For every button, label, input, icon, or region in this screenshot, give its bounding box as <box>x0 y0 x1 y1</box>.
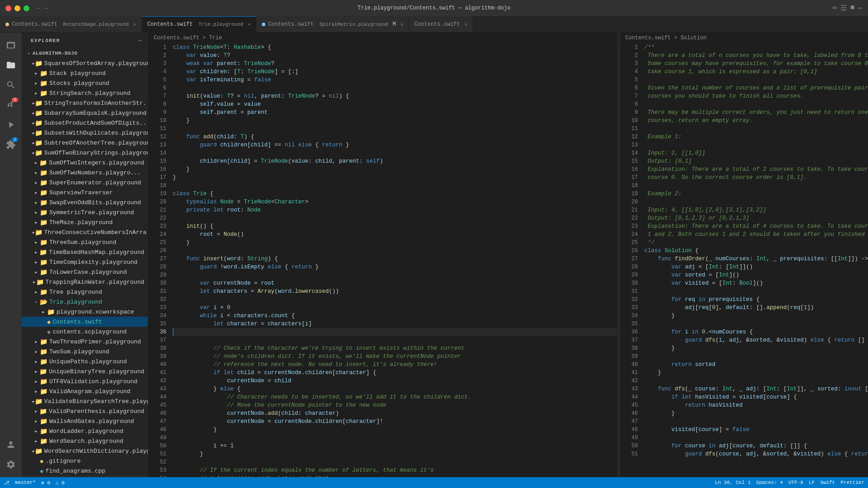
sidebar-item-uniquepaths[interactable]: ▶ 📁 UniquePaths.playground <box>22 357 148 366</box>
activity-explorer[interactable] <box>2 56 20 74</box>
sidebar-item-gitignore[interactable]: ◆ .gitignore <box>22 456 148 466</box>
arrow-threesum: ▶ <box>33 240 40 244</box>
tab-spiralmatrix[interactable]: Contents.swift SpiralMatrix.playground M… <box>256 16 409 32</box>
sidebar-item-sumoftwoint[interactable]: ▶ 📁 SumOfTwoIntegers.playground <box>22 158 148 168</box>
new-file-icon[interactable]: ⋯ <box>139 38 142 43</box>
git-branch[interactable]: master* <box>15 480 36 485</box>
label-sumoftwobinary: SumOfTwoBinaryStrings.playgrou... <box>44 150 148 156</box>
status-formatter[interactable]: Prettier <box>840 480 864 485</box>
label-swapevenodd: SwapEvenOddBits.playground <box>49 199 141 206</box>
close-button[interactable] <box>5 5 11 11</box>
status-line-ending[interactable]: LF <box>809 480 815 485</box>
layout-icon-2[interactable]: ☰ <box>840 4 847 13</box>
sidebar-item-validatebst[interactable]: ▶ 📁 ValidateBinarySearchTree.playgr... <box>22 396 148 406</box>
sidebar-item-find-anagrams[interactable]: ◆ find_anagrams.cpp <box>22 466 148 476</box>
sidebar-item-stringsearch[interactable]: ▶ 📁 StringSearch.playground <box>22 88 148 98</box>
activity-settings[interactable] <box>2 455 20 474</box>
left-line-numbers: 12345 678910 1112131415 1617181920 21222… <box>148 43 171 477</box>
status-language[interactable]: Swift <box>820 480 835 485</box>
sidebar-item-themaze[interactable]: ▶ 📁 TheMaze.playground <box>22 217 148 227</box>
sidebar-item-superenumerator[interactable]: ▶ 📁 SuperEnumerator.playground <box>22 178 148 188</box>
sidebar-item-twothreadprinter[interactable]: ▶ 📁 TwoThreadPrimer.playground <box>22 337 148 347</box>
sidebar-item-trie[interactable]: ▾ 📂 Trie.playground <box>22 297 148 307</box>
sidebar-item-wordladder[interactable]: ▶ 📁 WordLadder.playground <box>22 426 148 436</box>
sidebar-item-threesum[interactable]: ▶ 📁 ThreeSum.playground <box>22 237 148 247</box>
tab-rotateimage[interactable]: Contents.swift RotateImage.playground ✕ <box>0 16 142 32</box>
arrow-twothreadprinter: ▶ <box>33 340 40 344</box>
sidebar-item-subarraysum[interactable]: ▶ 📁 SubarraySumEqualsK.playground <box>22 108 148 118</box>
layout-icon-3[interactable]: ■ <box>850 4 855 13</box>
maximize-button[interactable] <box>24 5 29 11</box>
label-validanagram: ValidAnagram.playground <box>49 388 130 395</box>
left-code-area[interactable]: class TrieNode<T: Hashable> { var value:… <box>171 43 617 477</box>
left-editor-panel: Contents.swift > Trie 12345 678910 11121… <box>148 33 617 477</box>
label-subarraysum: SubarraySumEqualsK.playground <box>44 110 146 117</box>
folder-icon-twothreadprinter: 📁 <box>40 338 47 346</box>
forward-button[interactable]: → <box>44 5 47 12</box>
left-breadcrumb-text: Contents.swift > Trie <box>154 35 222 41</box>
settings-icon[interactable]: ⋯ <box>858 4 863 13</box>
sidebar-item-superviewtraverser[interactable]: ▶ 📁 SuperviewTraverser <box>22 188 148 197</box>
sidebar-item-uniquebinarytree[interactable]: ▶ 📁 UniqueBinaryTree.playground <box>22 366 148 376</box>
sidebar-item-sumoftwonums[interactable]: ▶ 📁 SumOfTwoNumbers.playgro... <box>22 168 148 178</box>
sidebar-item-contents-swift[interactable]: ◆ Contents.swift <box>22 317 148 327</box>
sidebar-item-contents-xcplayground[interactable]: ◆ contents.xcplayground <box>22 327 148 337</box>
sidebar-item-trapping[interactable]: ▶ 📁 TrappingRainWater.playground <box>22 277 148 287</box>
minimize-button[interactable] <box>14 5 20 11</box>
folder-icon-wordsearch: 📁 <box>40 437 47 445</box>
sidebar-item-stringtransforms[interactable]: ▶ 📁 StringTransformsInAnotherStr... <box>22 98 148 108</box>
titlebar-actions: ⌨ ☰ ■ ⋯ <box>832 4 863 13</box>
back-button[interactable]: ← <box>37 5 40 12</box>
tab-trie[interactable]: Contents.swift Trie.playground ✕ <box>142 16 256 32</box>
sidebar-item-tree[interactable]: ▶ 📁 Tree playground <box>22 287 148 297</box>
sidebar-item-sumoftwobinary[interactable]: ▶ 📁 SumOfTwoBinaryStrings.playgrou... <box>22 148 148 158</box>
tab-close-contents[interactable]: ✕ <box>465 22 467 27</box>
sidebar-item-subsetproduct[interactable]: ▶ 📁 SubsetProductAndSumOfDigits... <box>22 118 148 128</box>
file-tree: ▾ ALGORITHM-DOJO ▶ 📁 SquaresOfSortedArra… <box>22 48 148 477</box>
sidebar-item-validanagram[interactable]: ▶ 📁 ValidAnagram.playground <box>22 386 148 396</box>
activity-extensions[interactable]: 1 <box>2 136 20 154</box>
sidebar-item-timecomplexity[interactable]: ▶ 📁 TimeComplexity.playground <box>22 257 148 267</box>
status-line-col[interactable]: Ln 36, Col 1 <box>715 480 750 485</box>
activity-run[interactable] <box>2 116 20 134</box>
sidebar-item-timebased[interactable]: ▶ 📁 TimeBasedHashMap.playground <box>22 247 148 257</box>
sidebar-root[interactable]: ▾ ALGORITHM-DOJO <box>22 48 148 58</box>
sidebar-item-swapevenodd[interactable]: ▶ 📁 SwapEvenOddBits.playground <box>22 197 148 207</box>
tab-label-trie: Contents.swift <box>147 21 193 28</box>
layout-icon-1[interactable]: ⌨ <box>832 4 837 13</box>
sidebar-item-wordsearchwithdict[interactable]: ▶ 📁 WordSearchWithDictionary.playgr... <box>22 446 148 456</box>
activity-search[interactable] <box>2 76 20 94</box>
sidebar-item-validparenthesis[interactable]: ▶ 📁 ValidParenthesis.playground <box>22 406 148 416</box>
activity-git[interactable]: 2 <box>2 96 20 114</box>
tab-close-spiralmatrix[interactable]: ✕ <box>401 22 403 27</box>
sidebar-item-threeconsec[interactable]: ▶ 📁 ThreeConsecutiveNumbersInArra... <box>22 227 148 237</box>
git-branch-icon: ⎇ <box>4 480 9 486</box>
label-stocks: Stocks playground <box>49 80 109 87</box>
sidebar-item-symmetrictree[interactable]: ▶ 📁 SymmetricTree.playground <box>22 207 148 217</box>
sidebar-item-subsets[interactable]: ▶ 📁 SubsetsWithDuplicates.playground <box>22 128 148 138</box>
activity-account[interactable] <box>2 436 20 454</box>
sidebar-item-tolowercase[interactable]: ▶ 📁 ToLowerCase.playground <box>22 267 148 277</box>
sidebar-item-stack[interactable]: ▶ 📁 Stack playground <box>22 68 148 78</box>
sidebar-item-playground-xcworkspace[interactable]: ▶ 📁 playground.xcworkspace <box>22 307 148 317</box>
sidebar-item-stocks[interactable]: ▶ 📁 Stocks playground <box>22 78 148 88</box>
tab-close-rotateimage[interactable]: ✕ <box>133 22 136 27</box>
tab-contents[interactable]: Contents.swift ✕ <box>409 16 473 32</box>
status-encoding[interactable]: UTF-8 <box>788 480 803 485</box>
sidebar-item-twosum[interactable]: ▶ 📁 TwoSum.playground <box>22 347 148 357</box>
sidebar-item-squaresofsortedarray[interactable]: ▶ 📁 SquaresOfSortedArray.playground <box>22 58 148 68</box>
folder-icon-trie: 📂 <box>40 298 47 306</box>
right-code-area[interactable]: /** There are a total of n courses you h… <box>642 43 868 477</box>
folder-icon-timebased: 📁 <box>39 249 47 256</box>
sidebar-item-wallsandgates[interactable]: ▶ 📁 WallsAndGates.playground <box>22 416 148 426</box>
status-spaces[interactable]: Spaces: 4 <box>756 480 783 485</box>
sidebar-item-utf8[interactable]: ▶ 📁 UTF8Validation.playground <box>22 376 148 386</box>
sidebar-item-wordsearch[interactable]: ▶ 📁 WordSearch.playground <box>22 436 148 446</box>
folder-icon-stack: 📁 <box>40 70 47 77</box>
right-editor-content[interactable]: 12345 678910 1112131415 1617181920 21222… <box>620 43 868 477</box>
activity-files[interactable] <box>2 36 20 54</box>
sidebar-item-subtree[interactable]: ▶ 📁 SubtreeOfAnotherTree.playground <box>22 138 148 148</box>
tab-close-trie[interactable]: ✕ <box>248 22 250 27</box>
arrow-superviewtraverser: ▶ <box>33 191 40 195</box>
left-editor-content[interactable]: 12345 678910 1112131415 1617181920 21222… <box>148 43 617 477</box>
